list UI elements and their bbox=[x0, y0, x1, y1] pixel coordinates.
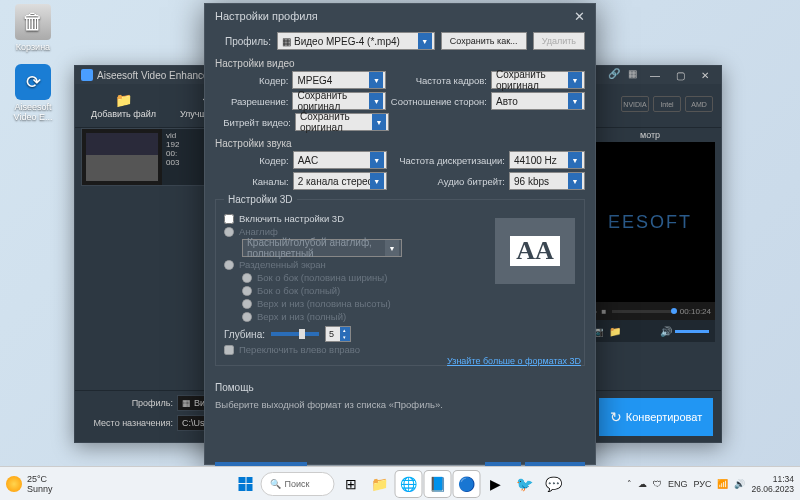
profile-settings-dialog: Настройки профиля ✕ Профиль: ▦Видео MPEG… bbox=[204, 3, 596, 465]
anaglyph-radio bbox=[224, 227, 234, 237]
aa-sample: AA bbox=[510, 236, 560, 266]
settings-3d-legend: Настройки 3D bbox=[224, 194, 297, 205]
resolution-select[interactable]: Сохранить оригинал bbox=[292, 92, 386, 110]
stop-button[interactable]: ■ bbox=[599, 307, 609, 316]
channels-select[interactable]: 2 канала стерео bbox=[293, 172, 387, 190]
clock[interactable]: 11:34 26.06.2023 bbox=[751, 474, 794, 494]
app5-icon[interactable]: 💬 bbox=[541, 471, 567, 497]
taskbar-center: 🔍 Поиск ⊞ 📁 🌐 📘 🔵 ▶ 🐦 💬 bbox=[234, 471, 567, 497]
tray-chevron-icon[interactable]: ˄ bbox=[627, 479, 632, 489]
grid-icon[interactable]: ▦ bbox=[628, 68, 637, 79]
profile-select[interactable]: ▦Видео MPEG-4 (*.mp4) bbox=[277, 32, 435, 50]
close-button[interactable]: ✕ bbox=[693, 68, 717, 82]
sun-icon bbox=[6, 476, 22, 492]
seek-slider[interactable] bbox=[612, 310, 677, 313]
close-icon[interactable]: ✕ bbox=[574, 9, 585, 24]
audio-section-title: Настройки звука bbox=[215, 138, 585, 149]
add-icon: 📁 bbox=[115, 92, 132, 108]
anaglyph-mode-select: Красный/голубой анаглиф, полноцветный bbox=[242, 239, 402, 257]
taskview-icon[interactable]: ⊞ bbox=[338, 471, 364, 497]
app1-icon[interactable]: 📘 bbox=[425, 471, 451, 497]
app4-icon[interactable]: 🐦 bbox=[512, 471, 538, 497]
help-title: Помощь bbox=[215, 382, 585, 393]
preview-3d-box: AA bbox=[495, 218, 575, 284]
depth-label: Глубина: bbox=[224, 329, 265, 340]
search-box[interactable]: 🔍 Поиск bbox=[261, 472, 335, 496]
taskbar: 25°C Sunny 🔍 Поиск ⊞ 📁 🌐 📘 🔵 ▶ 🐦 💬 ˄ ☁ 🛡… bbox=[0, 466, 800, 500]
time-total: 00:10:24 bbox=[680, 307, 711, 316]
split-radio bbox=[224, 260, 234, 270]
onedrive-icon[interactable]: ☁ bbox=[638, 479, 647, 489]
audio-section: Настройки звука Кодер: AAC Частота дискр… bbox=[205, 134, 595, 190]
delete-button[interactable]: Удалить bbox=[533, 32, 585, 50]
add-file-button[interactable]: 📁 Добавить файл bbox=[91, 92, 156, 119]
title-extra-icons: 🔗 ▦ bbox=[608, 68, 637, 79]
window-title: Aiseesoft Video Enhancer bbox=[97, 70, 212, 81]
volume-icon[interactable]: 🔊 bbox=[734, 479, 745, 489]
volume-control[interactable]: 🔊 bbox=[660, 326, 709, 337]
app-icon bbox=[15, 64, 51, 100]
lang-indicator[interactable]: ENG bbox=[668, 479, 688, 489]
volume-slider[interactable] bbox=[675, 330, 709, 333]
chip-nvidia: NVIDIA bbox=[621, 96, 649, 112]
link-icon[interactable]: 🔗 bbox=[608, 68, 620, 79]
brand-watermark: EESOFT bbox=[608, 212, 692, 233]
minimize-button[interactable]: — bbox=[643, 68, 667, 82]
thumbnail bbox=[82, 129, 162, 185]
app-label: Aiseesoft Video E... bbox=[8, 102, 58, 122]
system-tray: ˄ ☁ 🛡 ENG РУС 📶 🔊 11:34 26.06.2023 bbox=[627, 474, 794, 494]
preview-label: мотр bbox=[585, 128, 715, 142]
edge-icon[interactable]: 🌐 bbox=[396, 471, 422, 497]
convert-button[interactable]: Конвертироват bbox=[599, 398, 713, 436]
app-shortcut[interactable]: Aiseesoft Video E... bbox=[8, 64, 58, 122]
explorer-icon[interactable]: 📁 bbox=[367, 471, 393, 497]
samplerate-select[interactable]: 44100 Hz bbox=[509, 151, 585, 169]
temp: 25°C bbox=[27, 474, 53, 484]
audio-encoder-select[interactable]: AAC bbox=[293, 151, 387, 169]
file-list: vid 192 00: 003 bbox=[81, 128, 217, 390]
profile-label: Профиль: bbox=[215, 36, 271, 47]
app3-icon[interactable]: ▶ bbox=[483, 471, 509, 497]
wifi-icon[interactable]: 📶 bbox=[717, 479, 728, 489]
dest-label: Место назначения: bbox=[83, 418, 173, 428]
dialog-titlebar: Настройки профиля ✕ bbox=[205, 4, 595, 28]
help-text: Выберите выходной формат из списка «Проф… bbox=[215, 399, 585, 410]
folder-icon[interactable]: 📁 bbox=[609, 326, 621, 337]
save-as-button[interactable]: Сохранить как... bbox=[441, 32, 527, 50]
maximize-button[interactable]: ▢ bbox=[668, 68, 692, 82]
video-section: Настройки видео Кодер: MPEG4 Частота кад… bbox=[205, 54, 595, 131]
depth-spinner[interactable]: 5 bbox=[325, 326, 351, 342]
opt2-radio bbox=[242, 299, 252, 309]
enable-3d-checkbox[interactable] bbox=[224, 214, 234, 224]
opt1-radio bbox=[242, 286, 252, 296]
playbar: ▶ ■ 00:10:24 bbox=[585, 302, 715, 320]
opt3-radio bbox=[242, 312, 252, 322]
video-section-title: Настройки видео bbox=[215, 58, 585, 69]
kb-layout[interactable]: РУС bbox=[693, 479, 711, 489]
audio-bitrate-select[interactable]: 96 kbps bbox=[509, 172, 585, 190]
bin-icon: 🗑 bbox=[15, 4, 51, 40]
speaker-icon: 🔊 bbox=[660, 326, 672, 337]
opt0-radio bbox=[242, 273, 252, 283]
fps-select[interactable]: Сохранить оригинал bbox=[491, 71, 585, 89]
cond: Sunny bbox=[27, 484, 53, 494]
depth-slider[interactable] bbox=[271, 332, 319, 336]
swap-lr-row: Переключить влево вправо bbox=[224, 344, 576, 355]
learn-3d-link[interactable]: Узнайте больше о форматах 3D bbox=[447, 356, 581, 366]
app-logo-icon bbox=[81, 69, 93, 81]
video-encoder-select[interactable]: MPEG4 bbox=[292, 71, 386, 89]
gpu-chips: NVIDIA Intel AMD bbox=[621, 96, 713, 112]
preview-tools: 📷 📁 🔊 bbox=[585, 320, 715, 342]
app2-icon[interactable]: 🔵 bbox=[454, 471, 480, 497]
profile-label: Профиль: bbox=[83, 398, 173, 408]
preview-video[interactable]: EESOFT bbox=[585, 142, 715, 302]
weather-widget[interactable]: 25°C Sunny bbox=[6, 474, 53, 494]
video-bitrate-select[interactable]: Сохранить оригинал bbox=[295, 113, 389, 131]
start-button[interactable] bbox=[234, 472, 258, 496]
preview-panel: мотр EESOFT ▶ ■ 00:10:24 📷 📁 🔊 bbox=[585, 128, 715, 388]
swap-checkbox bbox=[224, 345, 234, 355]
defender-icon[interactable]: 🛡 bbox=[653, 479, 662, 489]
file-item[interactable]: vid 192 00: 003 bbox=[81, 128, 217, 186]
aspect-select[interactable]: Авто bbox=[491, 92, 585, 110]
recycle-bin[interactable]: 🗑 Корзина bbox=[8, 4, 58, 52]
